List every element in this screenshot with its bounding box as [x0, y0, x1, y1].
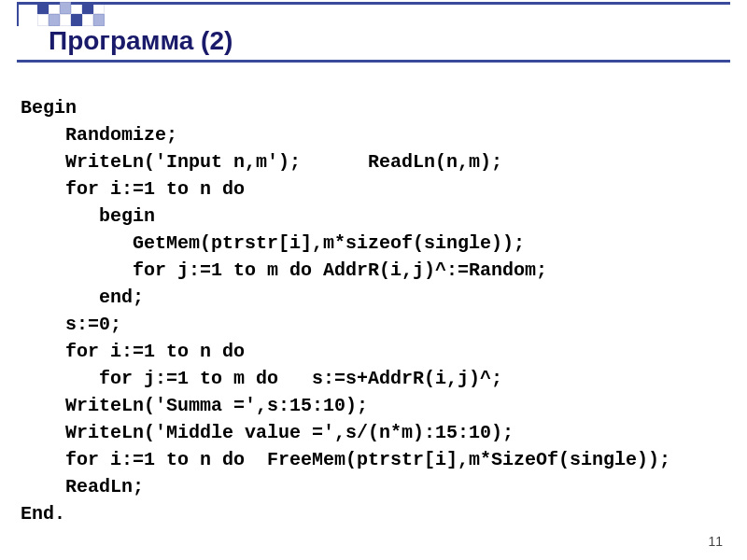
slide-top-border [17, 2, 730, 26]
code-line: WriteLn('Middle value =',s/(n*m):15:10); [21, 422, 514, 443]
code-line: s:=0; [21, 314, 121, 335]
code-line: end; [21, 287, 144, 308]
code-line: End. [21, 503, 65, 525]
slide-title-underline [17, 60, 730, 63]
code-block: Begin Randomize; WriteLn('Input n,m'); R… [21, 67, 726, 527]
code-line: for i:=1 to n do [21, 178, 245, 200]
code-line: Begin [21, 97, 77, 119]
code-line: Randomize; [21, 124, 177, 146]
code-line: WriteLn('Summa =',s:15:10); [21, 395, 368, 416]
slide-accent-decoration [37, 2, 105, 26]
code-line: WriteLn('Input n,m'); ReadLn(n,m); [21, 151, 502, 173]
slide-title: Программа (2) [49, 26, 233, 56]
code-line: for i:=1 to n do [21, 341, 245, 362]
page-number: 11 [708, 534, 723, 549]
code-line: for i:=1 to n do FreeMem(ptrstr[i],m*Siz… [21, 449, 670, 470]
code-line: ReadLn; [21, 476, 144, 497]
code-line: begin [21, 205, 155, 227]
code-line: GetMem(ptrstr[i],m*sizeof(single)); [21, 232, 525, 254]
code-line: for j:=1 to m do AddrR(i,j)^:=Random; [21, 259, 547, 281]
code-line: for j:=1 to m do s:=s+AddrR(i,j)^; [21, 368, 502, 389]
